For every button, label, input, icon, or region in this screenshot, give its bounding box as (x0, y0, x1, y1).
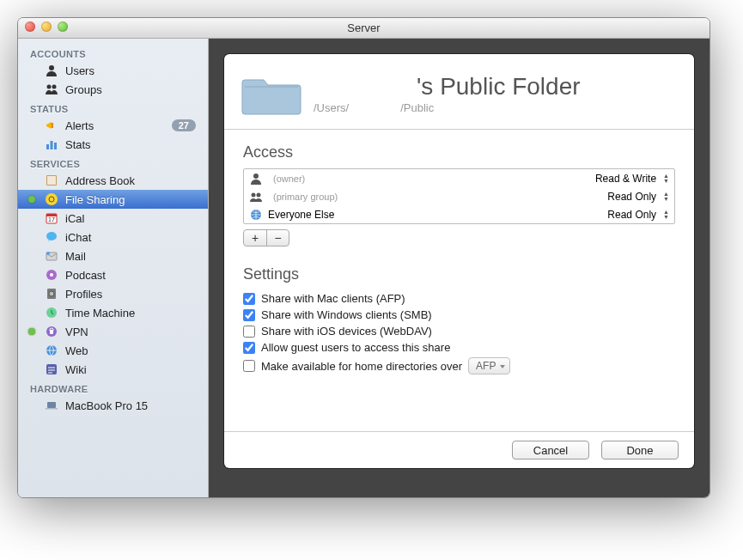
group-icon (44, 82, 58, 97)
server-window: Server ACCOUNTSUsersGroupsSTATUSAlerts27… (17, 17, 710, 498)
sidebar-item-label: VPN (65, 326, 88, 338)
svg-point-0 (49, 65, 54, 70)
setting-row: Share with Mac clients (AFP) (243, 290, 675, 307)
svg-point-27 (253, 173, 259, 179)
macbook-icon (44, 399, 58, 413)
setting-label: Make available for home directories over (261, 360, 462, 373)
close-window-button[interactable] (25, 21, 35, 32)
setting-label: Share with Windows clients (SMB) (261, 308, 432, 321)
svg-point-29 (257, 192, 261, 197)
sidebar-item-macbook-pro-15[interactable]: MacBook Pro 15 (18, 396, 208, 415)
user-icon (44, 64, 58, 78)
svg-point-9 (46, 193, 58, 205)
podcast-icon (44, 268, 58, 283)
mail-icon (44, 249, 58, 264)
sidebar-section-header: ACCOUNTS (18, 44, 208, 61)
filesharing-icon (44, 192, 58, 207)
sidebar-item-address-book[interactable]: Address Book (18, 171, 208, 190)
access-name: Everyone Else (268, 209, 334, 221)
zoom-window-button[interactable] (58, 21, 68, 32)
permission-stepper-icon[interactable]: ▲▼ (663, 192, 669, 202)
svg-rect-22 (50, 330, 53, 334)
sidebar-item-label: Wiki (65, 363, 87, 376)
sidebar-item-label: Podcast (65, 269, 106, 282)
sidebar-item-ical[interactable]: 17iCal (18, 209, 208, 228)
setting-checkbox[interactable] (243, 326, 255, 338)
sidebar-item-groups[interactable]: Groups (18, 80, 208, 99)
svg-point-15 (46, 252, 50, 255)
setting-checkbox[interactable] (243, 293, 255, 305)
web-icon (44, 344, 58, 358)
permission-stepper-icon[interactable]: ▲▼ (663, 173, 669, 184)
folder-icon (241, 70, 301, 117)
group-silhouette-icon (249, 190, 263, 204)
sidebar-item-alerts[interactable]: Alerts27 (18, 116, 208, 135)
sidebar-item-web[interactable]: Web (18, 341, 208, 360)
sidebar-item-wiki[interactable]: Wiki (18, 360, 208, 379)
svg-text:17: 17 (48, 216, 55, 222)
sidebar-item-profiles[interactable]: Profiles (18, 284, 208, 303)
access-permission[interactable]: Read Only▲▼ (607, 191, 669, 203)
sidebar-item-label: Users (65, 64, 94, 77)
sidebar-item-podcast[interactable]: Podcast (18, 265, 208, 284)
svg-rect-6 (54, 143, 57, 149)
globe-icon (249, 208, 263, 222)
access-add-remove: + − (243, 229, 289, 247)
access-row[interactable]: Everyone ElseRead Only▲▼ (244, 205, 674, 223)
done-button[interactable]: Done (601, 441, 679, 460)
setting-row: Allow guest users to access this share (243, 339, 675, 356)
ical-icon: 17 (44, 211, 58, 226)
access-row[interactable]: (primary group)Read Only▲▼ (244, 187, 674, 205)
svg-rect-8 (47, 176, 56, 185)
bars-icon (44, 137, 58, 152)
content-area: 's Public Folder /Users//Public Access (… (209, 39, 710, 497)
share-title: 's Public Folder (314, 73, 581, 100)
add-access-button[interactable]: + (244, 230, 266, 246)
sidebar-section-header: HARDWARE (18, 379, 208, 396)
svg-point-19 (49, 291, 54, 296)
sidebar-item-ichat[interactable]: iChat (18, 228, 208, 247)
sidebar-item-label: Stats (65, 138, 91, 151)
cancel-button[interactable]: Cancel (512, 441, 589, 460)
sidebar-section-header: STATUS (18, 99, 208, 116)
svg-rect-4 (46, 144, 49, 149)
access-meta: (owner) (273, 173, 480, 184)
home-dir-protocol-select[interactable]: AFP (468, 357, 510, 374)
minimize-window-button[interactable] (41, 21, 52, 32)
sidebar-item-label: Address Book (65, 174, 135, 187)
sidebar-item-time-machine[interactable]: Time Machine (18, 303, 208, 322)
titlebar: Server (18, 18, 710, 39)
setting-checkbox[interactable] (243, 309, 255, 321)
access-row[interactable]: (owner)Read & Write▲▼ (244, 169, 674, 187)
setting-label: Allow guest users to access this share (261, 341, 450, 354)
sidebar-item-vpn[interactable]: VPN (18, 322, 208, 341)
remove-access-button[interactable]: − (266, 230, 289, 246)
access-heading: Access (243, 143, 675, 161)
access-permission[interactable]: Read & Write▲▼ (595, 173, 669, 185)
addressbook-icon (44, 173, 58, 188)
sidebar-item-label: Groups (65, 83, 102, 96)
permission-stepper-icon[interactable]: ▲▼ (663, 210, 669, 220)
sidebar-item-label: MacBook Pro 15 (65, 399, 148, 412)
sidebar-item-label: Web (65, 344, 88, 357)
sidebar-item-users[interactable]: Users (18, 61, 208, 80)
setting-row: Share with iOS devices (WebDAV) (243, 323, 675, 339)
status-dot (28, 196, 35, 203)
sidebar-item-file-sharing[interactable]: File Sharing (18, 190, 208, 209)
sidebar-item-mail[interactable]: Mail (18, 247, 208, 265)
access-permission[interactable]: Read Only▲▼ (607, 209, 669, 221)
svg-point-1 (46, 85, 51, 89)
sidebar-item-label: Alerts (65, 119, 94, 132)
sidebar-item-stats[interactable]: Stats (18, 135, 208, 154)
vpn-icon (44, 325, 58, 339)
sidebar-item-label: Profiles (65, 288, 102, 301)
svg-rect-3 (52, 123, 53, 128)
setting-checkbox[interactable] (243, 360, 255, 372)
setting-label: Share with Mac clients (AFP) (261, 292, 405, 305)
panel-header: 's Public Folder /Users//Public (224, 54, 694, 130)
access-list[interactable]: (owner)Read & Write▲▼(primary group)Read… (243, 168, 675, 224)
svg-point-28 (252, 192, 256, 197)
sidebar-section-header: SERVICES (18, 154, 208, 171)
ichat-icon (44, 230, 58, 245)
setting-checkbox[interactable] (243, 342, 255, 354)
